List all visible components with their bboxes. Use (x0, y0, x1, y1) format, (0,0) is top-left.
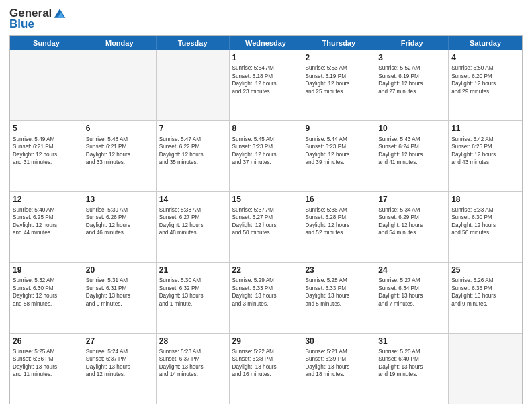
cell-text: Sunrise: 5:47 AM (159, 136, 226, 143)
cell-text: and 37 minutes. (232, 158, 300, 166)
cell-text: Daylight: 12 hours (305, 222, 372, 229)
cell-text: and 0 minutes. (86, 300, 153, 308)
cell-text: Sunrise: 5:30 AM (159, 277, 226, 284)
cell-text: and 1 minute. (159, 300, 226, 308)
calendar-row-2: 5Sunrise: 5:49 AMSunset: 6:21 PMDaylight… (10, 121, 522, 191)
cell-text: Sunrise: 5:32 AM (13, 277, 80, 284)
day-header-saturday: Saturday (449, 36, 522, 50)
cell-text: and 41 minutes. (378, 158, 445, 166)
cell-text: Daylight: 12 hours (451, 80, 519, 87)
logo-icon (53, 7, 66, 20)
cell-text: Sunrise: 5:42 AM (451, 136, 519, 143)
calendar-row-4: 19Sunrise: 5:32 AMSunset: 6:30 PMDayligh… (10, 263, 522, 333)
cell-text: Daylight: 12 hours (159, 151, 226, 158)
cell-text: Sunset: 6:39 PM (305, 355, 372, 363)
cell-text: Daylight: 12 hours (13, 292, 80, 300)
cell-text: Sunset: 6:26 PM (86, 214, 153, 221)
day-cell-8: 8Sunrise: 5:45 AMSunset: 6:23 PMDaylight… (230, 121, 303, 191)
day-cell-4: 4Sunrise: 5:50 AMSunset: 6:20 PMDaylight… (449, 50, 522, 120)
cell-text: Sunset: 6:20 PM (451, 73, 519, 80)
cell-text: Sunrise: 5:27 AM (378, 277, 445, 284)
cell-text: Sunset: 6:19 PM (305, 73, 372, 80)
day-number: 30 (305, 336, 372, 347)
cell-text: and 56 minutes. (451, 229, 519, 236)
cell-text: Daylight: 13 hours (305, 363, 372, 371)
cell-text: Sunset: 6:31 PM (86, 285, 153, 292)
day-number: 8 (232, 123, 300, 134)
day-number: 14 (159, 194, 226, 205)
cell-text: Sunset: 6:21 PM (13, 143, 80, 150)
cell-text: Daylight: 12 hours (378, 222, 445, 229)
cell-text: Sunset: 6:21 PM (86, 143, 153, 150)
day-number: 17 (378, 194, 445, 205)
cell-text: and 39 minutes. (305, 158, 372, 166)
cell-text: Sunrise: 5:20 AM (378, 348, 445, 355)
day-number: 5 (13, 123, 80, 134)
day-cell-9: 9Sunrise: 5:44 AMSunset: 6:23 PMDaylight… (302, 121, 375, 191)
calendar: SundayMondayTuesdayWednesdayThursdayFrid… (9, 35, 523, 404)
day-number: 19 (13, 265, 80, 275)
cell-text: Daylight: 13 hours (86, 292, 153, 300)
cell-text: and 43 minutes. (451, 158, 519, 166)
cell-text: Sunset: 6:23 PM (305, 143, 372, 150)
day-cell-27: 27Sunrise: 5:24 AMSunset: 6:37 PMDayligh… (83, 334, 157, 404)
day-cell-18: 18Sunrise: 5:33 AMSunset: 6:30 PMDayligh… (449, 192, 522, 262)
day-number: 20 (86, 265, 153, 275)
cell-text: Daylight: 13 hours (378, 292, 445, 300)
cell-text: Sunset: 6:30 PM (451, 214, 519, 221)
cell-text: Sunset: 6:38 PM (232, 355, 300, 363)
cell-text: Daylight: 12 hours (378, 80, 445, 87)
cell-text: Sunset: 6:25 PM (451, 143, 519, 150)
day-cell-5: 5Sunrise: 5:49 AMSunset: 6:21 PMDaylight… (10, 121, 83, 191)
cell-text: Sunset: 6:36 PM (13, 355, 80, 363)
cell-text: and 46 minutes. (86, 229, 153, 236)
cell-text: and 16 minutes. (232, 371, 300, 378)
cell-text: Daylight: 12 hours (159, 222, 226, 229)
empty-cell (10, 50, 83, 120)
day-cell-23: 23Sunrise: 5:28 AMSunset: 6:33 PMDayligh… (302, 263, 375, 332)
cell-text: and 18 minutes. (305, 371, 372, 378)
day-cell-22: 22Sunrise: 5:29 AMSunset: 6:33 PMDayligh… (230, 263, 303, 332)
cell-text: Daylight: 12 hours (378, 151, 445, 158)
cell-text: Daylight: 12 hours (232, 222, 300, 229)
day-header-monday: Monday (83, 36, 157, 50)
cell-text: Sunset: 6:30 PM (13, 285, 80, 292)
cell-text: Sunrise: 5:28 AM (305, 277, 372, 284)
cell-text: Sunrise: 5:25 AM (13, 348, 80, 355)
cell-text: Daylight: 12 hours (232, 80, 300, 87)
day-number: 15 (232, 194, 300, 205)
cell-text: Daylight: 12 hours (451, 222, 519, 229)
day-number: 25 (451, 265, 519, 275)
day-number: 24 (378, 265, 445, 275)
cell-text: Sunrise: 5:53 AM (305, 64, 372, 72)
day-number: 1 (232, 52, 300, 63)
day-number: 3 (378, 52, 445, 63)
day-cell-25: 25Sunrise: 5:26 AMSunset: 6:35 PMDayligh… (449, 263, 522, 332)
cell-text: Sunrise: 5:24 AM (86, 348, 153, 355)
day-number: 23 (305, 265, 372, 275)
header: General Blue (9, 7, 523, 31)
day-number: 4 (451, 52, 519, 63)
day-number: 9 (305, 123, 372, 134)
day-number: 2 (305, 52, 372, 63)
day-number: 11 (451, 123, 519, 134)
cell-text: and 27 minutes. (378, 88, 445, 95)
day-cell-28: 28Sunrise: 5:23 AMSunset: 6:37 PMDayligh… (157, 334, 230, 404)
calendar-body: 1Sunrise: 5:54 AMSunset: 6:18 PMDaylight… (10, 50, 522, 404)
cell-text: Sunrise: 5:54 AM (232, 64, 300, 72)
cell-text: Daylight: 13 hours (232, 363, 300, 371)
day-number: 21 (159, 265, 226, 275)
empty-cell (449, 334, 522, 404)
cell-text: Sunset: 6:24 PM (378, 143, 445, 150)
cell-text: Daylight: 12 hours (13, 222, 80, 229)
cell-text: Daylight: 12 hours (305, 151, 372, 158)
day-number: 6 (86, 123, 153, 134)
day-cell-26: 26Sunrise: 5:25 AMSunset: 6:36 PMDayligh… (10, 334, 83, 404)
day-number: 22 (232, 265, 300, 275)
cell-text: and 9 minutes. (451, 300, 519, 308)
cell-text: Sunrise: 5:50 AM (451, 64, 519, 72)
cell-text: and 5 minutes. (305, 300, 372, 308)
cell-text: and 12 minutes. (86, 371, 153, 378)
cell-text: Sunrise: 5:37 AM (232, 206, 300, 214)
page: General Blue SundayMondayTuesdayWednesda… (0, 0, 532, 411)
